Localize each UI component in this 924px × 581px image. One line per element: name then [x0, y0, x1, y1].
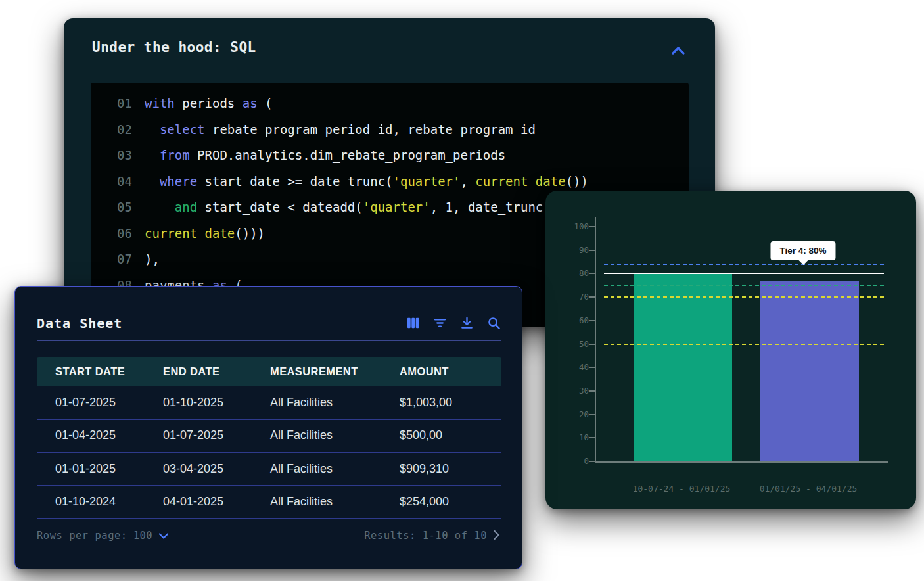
- code-token: start_date >= date_trunc(: [197, 169, 392, 195]
- rows-per-page-label: Rows per page:: [37, 530, 127, 542]
- rows-per-page-value: 100: [133, 530, 153, 542]
- sql-panel-title: Under the hood: SQL: [92, 39, 256, 55]
- code-line: 02 select rebate_program_period_id, reba…: [91, 117, 689, 143]
- chevron-right-icon: [493, 530, 500, 542]
- collapse-button[interactable]: [670, 45, 686, 57]
- table-row[interactable]: 01-04-202501-07-2025All Facilities$500,0…: [37, 420, 501, 453]
- columns-icon: [405, 323, 421, 333]
- line-number: 05: [117, 195, 145, 221]
- search-button[interactable]: [486, 315, 501, 331]
- results-label: Results: 1-10 of 10: [364, 530, 487, 542]
- filter-button[interactable]: [432, 315, 448, 331]
- table-cell: 01-10-2025: [145, 396, 252, 409]
- divider: [37, 340, 501, 341]
- code-token: 'quarter': [363, 195, 430, 221]
- reference-line: [604, 285, 884, 286]
- code-token: from: [160, 143, 190, 169]
- code-token: ())): [235, 221, 265, 247]
- tooltip-label: Tier 4: 80%: [779, 246, 826, 256]
- download-button[interactable]: [459, 315, 474, 331]
- y-tick-mark: [589, 296, 595, 298]
- line-number: 07: [117, 246, 145, 273]
- table-cell: 01-07-2025: [37, 396, 145, 409]
- divider: [91, 66, 689, 66]
- y-tick-label: 20: [564, 410, 589, 419]
- table-cell: 01-04-2025: [37, 429, 145, 442]
- page: Under the hood: SQL 01with periods as (0…: [0, 0, 924, 581]
- table-cell: All Facilities: [252, 462, 381, 476]
- code-token: select: [160, 117, 205, 143]
- data-table: START DATEEND DATEMEASUREMENTAMOUNT 01-0…: [37, 357, 501, 519]
- line-number: 06: [117, 221, 145, 247]
- download-icon: [459, 323, 474, 333]
- line-number: 03: [117, 143, 145, 169]
- code-token: [145, 169, 160, 195]
- y-tick-label: 30: [564, 386, 589, 396]
- data-sheet-panel: Data Sheet: [14, 286, 522, 569]
- code-token: ,: [460, 169, 475, 195]
- rows-per-page-control[interactable]: Rows per page: 100: [37, 530, 169, 542]
- y-tick-label: 10: [564, 433, 589, 442]
- code-token: , 1, date_trunc(: [430, 195, 551, 221]
- y-tick-label: 50: [564, 340, 589, 349]
- reference-line: [604, 296, 884, 298]
- y-tick-mark: [589, 390, 595, 392]
- x-category-label: 10-07-24 - 01/01/25: [616, 484, 747, 494]
- code-token: as: [243, 91, 258, 117]
- data-sheet-title: Data Sheet: [37, 315, 122, 331]
- table-cell: $909,310: [381, 462, 501, 476]
- y-tick-label: 90: [564, 246, 589, 255]
- x-axis: [595, 461, 888, 463]
- column-header: END DATE: [145, 365, 252, 378]
- table-cell: $1,003,00: [381, 396, 501, 409]
- code-token: ),: [145, 246, 160, 273]
- code-token: [145, 143, 160, 169]
- columns-button[interactable]: [405, 315, 421, 331]
- table-cell: 03-04-2025: [145, 462, 252, 476]
- code-token: [145, 195, 175, 221]
- table-row[interactable]: 01-07-202501-10-2025All Facilities$1,003…: [37, 386, 501, 420]
- column-header: AMOUNT: [381, 365, 501, 378]
- y-tick-mark: [589, 437, 595, 438]
- code-token: 'quarter': [393, 169, 461, 195]
- x-category-label: 01/01/25 - 04/01/25: [743, 484, 874, 494]
- chart-plot: Tier 4: 80%: [596, 227, 885, 461]
- code-token: periods: [175, 91, 243, 117]
- y-tick-mark: [589, 367, 595, 368]
- table-cell: All Facilities: [252, 429, 381, 442]
- y-tick-mark: [589, 226, 595, 227]
- y-tick-label: 100: [564, 222, 589, 231]
- bar-1[interactable]: [760, 281, 859, 461]
- bar-0[interactable]: [634, 273, 732, 461]
- chart-panel: 0102030405060708090100 Tier 4: 80% 10-07…: [545, 191, 916, 509]
- y-tick-label: 40: [564, 363, 589, 372]
- code-token: current_date: [145, 221, 235, 247]
- y-tick-label: 80: [564, 269, 589, 278]
- code-token: PROD.analytics.dim_rebate_program_period…: [190, 143, 505, 169]
- y-tick-label: 0: [564, 457, 589, 466]
- table-row[interactable]: 01-01-202503-04-2025All Facilities$909,3…: [37, 453, 501, 486]
- code-token: start_date < dateadd(: [197, 195, 363, 221]
- code-token: current_date: [475, 169, 565, 195]
- y-tick-mark: [589, 461, 595, 462]
- table-cell: All Facilities: [252, 495, 381, 509]
- reference-line: [604, 264, 884, 265]
- table-footer: Rows per page: 100 Results: 1-10 of 10: [37, 523, 500, 548]
- next-page-button[interactable]: [493, 530, 500, 542]
- reference-line: [604, 273, 884, 274]
- table-row[interactable]: 01-10-202404-01-2025All Facilities$254,0…: [37, 486, 501, 520]
- y-tick-mark: [589, 250, 595, 251]
- code-token: with: [145, 91, 175, 117]
- y-tick-label: 70: [564, 292, 589, 302]
- y-tick-label: 60: [564, 316, 589, 325]
- code-token: [145, 117, 160, 143]
- search-icon: [486, 323, 501, 333]
- table-cell: 01-10-2024: [37, 495, 145, 509]
- reference-line: [604, 344, 884, 345]
- code-token: (: [258, 91, 273, 117]
- filter-icon: [432, 323, 448, 333]
- y-tick-mark: [589, 414, 595, 415]
- table-cell: All Facilities: [252, 396, 381, 409]
- line-number: 01: [117, 91, 145, 117]
- line-number: 04: [117, 169, 145, 195]
